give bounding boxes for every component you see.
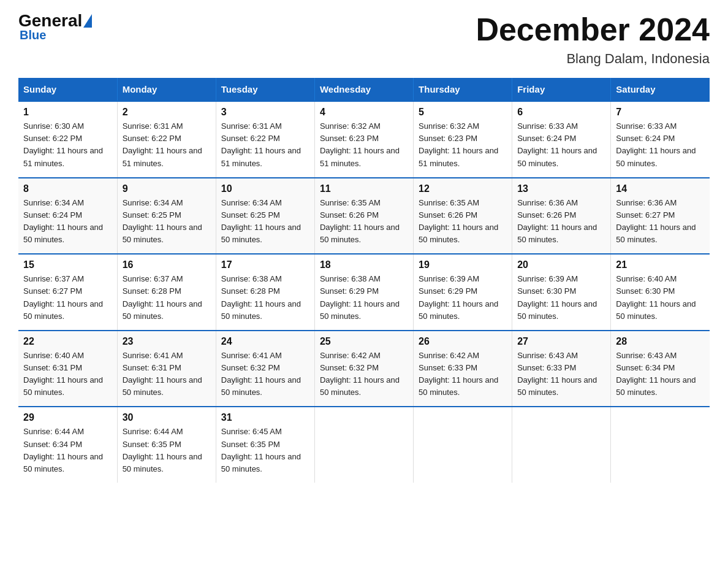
day-number: 19	[419, 259, 507, 270]
logo: General Blue	[18, 12, 92, 42]
calendar-cell: 7Sunrise: 6:33 AMSunset: 6:24 PMDaylight…	[611, 101, 710, 178]
day-info: Sunrise: 6:35 AMSunset: 6:26 PMDaylight:…	[320, 197, 408, 247]
calendar-cell	[414, 407, 512, 483]
day-info: Sunrise: 6:38 AMSunset: 6:29 PMDaylight:…	[320, 273, 408, 323]
day-number: 9	[123, 183, 211, 194]
day-info: Sunrise: 6:40 AMSunset: 6:30 PMDaylight:…	[616, 273, 705, 323]
day-info: Sunrise: 6:43 AMSunset: 6:33 PMDaylight:…	[517, 350, 605, 399]
calendar-cell: 24Sunrise: 6:41 AMSunset: 6:32 PMDayligh…	[216, 331, 314, 407]
day-number: 14	[616, 183, 705, 194]
day-info: Sunrise: 6:32 AMSunset: 6:23 PMDaylight:…	[419, 120, 507, 170]
calendar-cell: 11Sunrise: 6:35 AMSunset: 6:26 PMDayligh…	[314, 178, 413, 255]
day-info: Sunrise: 6:33 AMSunset: 6:24 PMDaylight:…	[616, 120, 705, 170]
day-number: 3	[221, 107, 309, 118]
day-info: Sunrise: 6:40 AMSunset: 6:31 PMDaylight:…	[23, 350, 112, 399]
header-tuesday: Tuesday	[216, 78, 314, 101]
day-info: Sunrise: 6:37 AMSunset: 6:28 PMDaylight:…	[123, 273, 211, 323]
calendar-cell: 4Sunrise: 6:32 AMSunset: 6:23 PMDaylight…	[314, 101, 413, 178]
calendar-week-2: 8Sunrise: 6:34 AMSunset: 6:24 PMDaylight…	[18, 178, 710, 255]
day-number: 20	[517, 259, 605, 270]
calendar-cell	[512, 407, 611, 483]
day-number: 29	[23, 412, 112, 423]
calendar-cell: 3Sunrise: 6:31 AMSunset: 6:22 PMDaylight…	[216, 101, 314, 178]
calendar-cell: 13Sunrise: 6:36 AMSunset: 6:26 PMDayligh…	[512, 178, 611, 255]
calendar-cell: 9Sunrise: 6:34 AMSunset: 6:25 PMDaylight…	[117, 178, 216, 255]
day-number: 27	[517, 336, 605, 347]
day-number: 1	[23, 107, 112, 118]
calendar-cell: 22Sunrise: 6:40 AMSunset: 6:31 PMDayligh…	[18, 331, 117, 407]
calendar-cell: 17Sunrise: 6:38 AMSunset: 6:28 PMDayligh…	[216, 254, 314, 331]
calendar-cell: 15Sunrise: 6:37 AMSunset: 6:27 PMDayligh…	[18, 254, 117, 331]
calendar-week-1: 1Sunrise: 6:30 AMSunset: 6:22 PMDaylight…	[18, 101, 710, 178]
day-info: Sunrise: 6:34 AMSunset: 6:25 PMDaylight:…	[123, 197, 211, 247]
day-info: Sunrise: 6:41 AMSunset: 6:31 PMDaylight:…	[123, 350, 211, 399]
calendar-cell: 19Sunrise: 6:39 AMSunset: 6:29 PMDayligh…	[414, 254, 512, 331]
day-info: Sunrise: 6:31 AMSunset: 6:22 PMDaylight:…	[123, 120, 211, 170]
logo-general: General	[18, 12, 82, 29]
header-wednesday: Wednesday	[314, 78, 413, 101]
day-info: Sunrise: 6:34 AMSunset: 6:24 PMDaylight:…	[23, 197, 112, 247]
day-number: 23	[123, 336, 211, 347]
calendar-cell: 2Sunrise: 6:31 AMSunset: 6:22 PMDaylight…	[117, 101, 216, 178]
day-number: 12	[419, 183, 507, 194]
calendar-cell: 25Sunrise: 6:42 AMSunset: 6:32 PMDayligh…	[314, 331, 413, 407]
calendar-title: December 2024	[476, 12, 710, 47]
day-info: Sunrise: 6:33 AMSunset: 6:24 PMDaylight:…	[517, 120, 605, 170]
day-info: Sunrise: 6:36 AMSunset: 6:27 PMDaylight:…	[616, 197, 705, 247]
calendar-cell: 1Sunrise: 6:30 AMSunset: 6:22 PMDaylight…	[18, 101, 117, 178]
day-info: Sunrise: 6:31 AMSunset: 6:22 PMDaylight:…	[221, 120, 309, 170]
day-number: 17	[221, 259, 309, 270]
day-info: Sunrise: 6:42 AMSunset: 6:32 PMDaylight:…	[320, 350, 408, 399]
logo-blue: Blue	[20, 28, 46, 42]
day-number: 28	[616, 336, 705, 347]
calendar-cell: 10Sunrise: 6:34 AMSunset: 6:25 PMDayligh…	[216, 178, 314, 255]
calendar-cell: 29Sunrise: 6:44 AMSunset: 6:34 PMDayligh…	[18, 407, 117, 483]
day-info: Sunrise: 6:44 AMSunset: 6:35 PMDaylight:…	[123, 426, 211, 475]
day-number: 6	[517, 107, 605, 118]
day-number: 30	[123, 412, 211, 423]
day-number: 21	[616, 259, 705, 270]
calendar-location: Blang Dalam, Indonesia	[476, 51, 710, 67]
day-number: 8	[23, 183, 112, 194]
header-sunday: Sunday	[18, 78, 117, 101]
calendar-cell	[611, 407, 710, 483]
calendar-cell: 21Sunrise: 6:40 AMSunset: 6:30 PMDayligh…	[611, 254, 710, 331]
day-number: 13	[517, 183, 605, 194]
calendar-cell: 6Sunrise: 6:33 AMSunset: 6:24 PMDaylight…	[512, 101, 611, 178]
day-number: 10	[221, 183, 309, 194]
day-info: Sunrise: 6:35 AMSunset: 6:26 PMDaylight:…	[419, 197, 507, 247]
calendar-week-4: 22Sunrise: 6:40 AMSunset: 6:31 PMDayligh…	[18, 331, 710, 407]
day-number: 11	[320, 183, 408, 194]
day-number: 25	[320, 336, 408, 347]
calendar-cell: 14Sunrise: 6:36 AMSunset: 6:27 PMDayligh…	[611, 178, 710, 255]
day-info: Sunrise: 6:34 AMSunset: 6:25 PMDaylight:…	[221, 197, 309, 247]
day-number: 31	[221, 412, 309, 423]
day-info: Sunrise: 6:43 AMSunset: 6:34 PMDaylight:…	[616, 350, 705, 399]
header-friday: Friday	[512, 78, 611, 101]
day-number: 4	[320, 107, 408, 118]
logo-triangle-icon	[83, 14, 92, 28]
day-number: 5	[419, 107, 507, 118]
day-info: Sunrise: 6:42 AMSunset: 6:33 PMDaylight:…	[419, 350, 507, 399]
calendar-week-3: 15Sunrise: 6:37 AMSunset: 6:27 PMDayligh…	[18, 254, 710, 331]
day-info: Sunrise: 6:32 AMSunset: 6:23 PMDaylight:…	[320, 120, 408, 170]
calendar-cell: 28Sunrise: 6:43 AMSunset: 6:34 PMDayligh…	[611, 331, 710, 407]
day-number: 2	[123, 107, 211, 118]
header-thursday: Thursday	[414, 78, 512, 101]
day-info: Sunrise: 6:37 AMSunset: 6:27 PMDaylight:…	[23, 273, 112, 323]
calendar-cell: 26Sunrise: 6:42 AMSunset: 6:33 PMDayligh…	[414, 331, 512, 407]
day-number: 22	[23, 336, 112, 347]
calendar-table: SundayMondayTuesdayWednesdayThursdayFrid…	[18, 78, 710, 483]
calendar-cell: 27Sunrise: 6:43 AMSunset: 6:33 PMDayligh…	[512, 331, 611, 407]
calendar-header-row: SundayMondayTuesdayWednesdayThursdayFrid…	[18, 78, 710, 101]
calendar-week-5: 29Sunrise: 6:44 AMSunset: 6:34 PMDayligh…	[18, 407, 710, 483]
calendar-cell: 30Sunrise: 6:44 AMSunset: 6:35 PMDayligh…	[117, 407, 216, 483]
day-number: 16	[123, 259, 211, 270]
calendar-cell: 16Sunrise: 6:37 AMSunset: 6:28 PMDayligh…	[117, 254, 216, 331]
calendar-cell: 8Sunrise: 6:34 AMSunset: 6:24 PMDaylight…	[18, 178, 117, 255]
day-info: Sunrise: 6:39 AMSunset: 6:29 PMDaylight:…	[419, 273, 507, 323]
calendar-cell: 20Sunrise: 6:39 AMSunset: 6:30 PMDayligh…	[512, 254, 611, 331]
day-info: Sunrise: 6:36 AMSunset: 6:26 PMDaylight:…	[517, 197, 605, 247]
day-info: Sunrise: 6:38 AMSunset: 6:28 PMDaylight:…	[221, 273, 309, 323]
day-info: Sunrise: 6:30 AMSunset: 6:22 PMDaylight:…	[23, 120, 112, 170]
